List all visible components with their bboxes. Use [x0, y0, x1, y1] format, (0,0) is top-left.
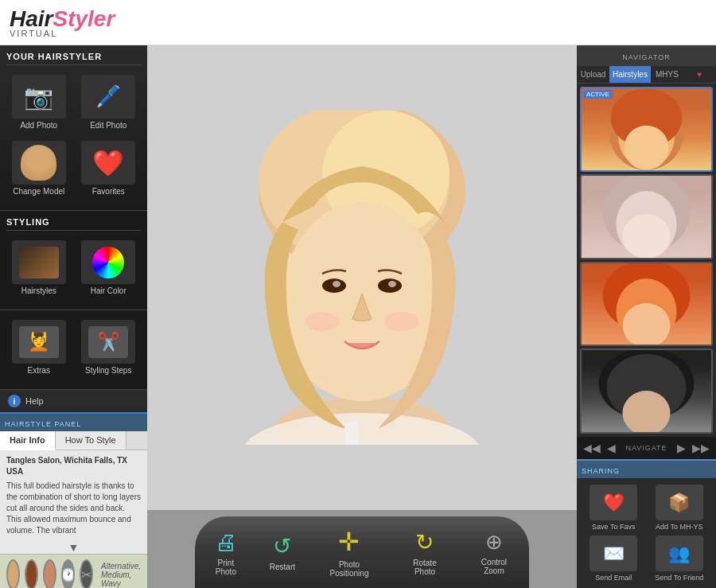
- styling-steps-icon-box: ✂️: [81, 320, 135, 364]
- svg-point-17: [624, 126, 668, 170]
- send-friend-icon: 👥: [656, 535, 703, 571]
- tab-hair-info[interactable]: Hair Info: [0, 431, 56, 450]
- control-zoom-button[interactable]: ⊕ Control Zoom: [459, 530, 529, 575]
- logo-styler: Styler: [53, 6, 115, 31]
- bottom-thumbnails: 🕐 ✂ Alternative, Medium, Wavy: [0, 554, 147, 588]
- restart-button[interactable]: ↺ Restart: [257, 533, 308, 571]
- hairstyles-icon-box: [12, 240, 66, 284]
- toolbar-wrapper: 🖨 Print Photo ↺ Restart ✛ Photo Position…: [147, 510, 577, 588]
- print-photo-button[interactable]: 🖨 Print Photo: [195, 529, 257, 576]
- edit-photo-label: Edit Photo: [90, 121, 126, 130]
- hair-thumb-svg-1: [582, 88, 711, 170]
- nav-next-button[interactable]: ▶▶: [689, 440, 713, 456]
- tab-how-to-style[interactable]: How To Style: [56, 431, 126, 450]
- panel-content: Tangles Salon, Wichita Falls, TX USA Thi…: [0, 450, 147, 541]
- thumb-label: Alternative, Medium, Wavy: [101, 562, 141, 588]
- hair-color-icon-box: [81, 240, 135, 284]
- change-model-button[interactable]: Change Model: [6, 138, 72, 199]
- left-sidebar: YOUR HAIRSTYLER 📷 Add Photo 🖊️ Edit Phot…: [0, 45, 147, 588]
- favorites-button[interactable]: ❤️ Favorites: [76, 138, 142, 199]
- help-bar[interactable]: i Help: [0, 389, 147, 412]
- hair-thumb-svg-2: [582, 174, 711, 259]
- your-hairstyler-title: YOUR HAIRSTYLER: [6, 52, 141, 65]
- nav-tab-hairstyles[interactable]: Hairstyles: [609, 66, 651, 83]
- panel-description: This full bodied hairstyle is thanks to …: [6, 481, 141, 536]
- send-email-button[interactable]: ✉️ Send Email: [583, 535, 644, 582]
- rotate-icon: ↻: [415, 529, 434, 555]
- help-label: Help: [25, 396, 44, 406]
- send-email-label: Send Email: [595, 574, 632, 582]
- sharing-title: SHARING: [582, 467, 620, 475]
- extras-icon-box: 💆: [12, 320, 66, 364]
- add-photo-label: Add Photo: [20, 121, 57, 130]
- model-display: [211, 111, 513, 445]
- hair-thumb-img-1: [582, 88, 711, 170]
- nav-tab-upload[interactable]: Upload: [577, 66, 609, 83]
- hair-thumb-4[interactable]: [580, 349, 713, 434]
- hair-thumb-2[interactable]: [580, 174, 713, 259]
- styling-steps-button[interactable]: ✂️ Styling Steps: [76, 317, 142, 378]
- nav-back-button[interactable]: ◀: [604, 440, 619, 456]
- hair-thumb-img-2: [582, 176, 711, 258]
- thumb-1[interactable]: [6, 559, 20, 588]
- zoom-label: Control Zoom: [472, 558, 516, 575]
- svg-point-12: [384, 312, 419, 331]
- print-icon: 🖨: [215, 529, 237, 555]
- nav-label: NAVIGATE: [619, 444, 674, 452]
- add-mhys-icon: 📦: [656, 485, 703, 520]
- top-icon-grid: 📷 Add Photo 🖊️ Edit Photo Change Model: [6, 72, 141, 199]
- hair-thumb-1[interactable]: ACTIVE: [580, 87, 713, 172]
- navigator-tabs: Upload Hairstyles MHYS ♥: [577, 66, 716, 84]
- positioning-icon: ✛: [338, 527, 360, 557]
- restart-icon: ↺: [273, 533, 291, 559]
- save-favs-icon: ❤️: [590, 485, 637, 520]
- send-to-friend-button[interactable]: 👥 Send To Friend: [649, 535, 710, 582]
- nav-forward-button[interactable]: ▶: [674, 440, 689, 456]
- logo-hair: Hair: [10, 6, 53, 31]
- package-icon: 📦: [668, 493, 690, 513]
- panel-header-bar: HAIRSTYLE PANEL: [0, 414, 147, 431]
- extras-section: 💆 Extras ✂️ Styling Steps: [0, 310, 147, 389]
- email-icon: ✉️: [603, 543, 625, 564]
- thumb-4[interactable]: 🕐: [61, 559, 75, 588]
- nav-prev-button[interactable]: ◀◀: [580, 440, 604, 456]
- color-wheel-icon: [92, 247, 124, 278]
- model-avatar-icon: [21, 145, 56, 181]
- rotate-photo-button[interactable]: ↻ Rotate Photo: [391, 529, 459, 576]
- svg-point-23: [623, 303, 671, 346]
- styling-icon-grid: Hairstyles Hair Color: [6, 237, 141, 298]
- styling-steps-label: Styling Steps: [85, 366, 131, 375]
- thumb-2[interactable]: [25, 559, 38, 588]
- photo-positioning-button[interactable]: ✛ Photo Positioning: [308, 527, 391, 578]
- svg-point-10: [388, 281, 396, 287]
- nav-tab-mhys[interactable]: MHYS: [651, 66, 683, 83]
- svg-point-11: [305, 312, 340, 331]
- edit-photo-button[interactable]: 🖊️ Edit Photo: [76, 72, 142, 133]
- your-hairstyler-section: YOUR HAIRSTYLER 📷 Add Photo 🖊️ Edit Phot…: [0, 45, 147, 210]
- bottom-toolbar: 🖨 Print Photo ↺ Restart ✛ Photo Position…: [195, 516, 529, 588]
- extras-button[interactable]: 💆 Extras: [6, 317, 72, 378]
- main-layout: YOUR HAIRSTYLER 📷 Add Photo 🖊️ Edit Phot…: [0, 45, 716, 588]
- extras-swatch-icon: 💆: [19, 326, 59, 358]
- styling-title: STYLING: [6, 217, 141, 231]
- extras-spray-icon: 💆: [28, 332, 49, 352]
- nav-tab-heart[interactable]: ♥: [683, 66, 716, 83]
- header: HairStyler VIRTUAL: [0, 0, 716, 45]
- styling-section: STYLING Hairstyles Hair Color: [0, 210, 147, 310]
- hair-color-button[interactable]: Hair Color: [76, 237, 142, 298]
- svg-point-9: [333, 281, 340, 287]
- active-badge-1: ACTIVE: [583, 90, 613, 99]
- hairstyles-label: Hairstyles: [21, 286, 56, 295]
- save-to-favs-button[interactable]: ❤️ Save To Favs: [583, 485, 644, 531]
- thumb-3[interactable]: [43, 559, 56, 588]
- add-mhys-label: Add To MH-YS: [656, 523, 702, 531]
- hairstyles-button[interactable]: Hairstyles: [6, 237, 72, 298]
- hairstyles-swatch-icon: [19, 247, 59, 278]
- hair-thumb-img-3: [582, 263, 711, 345]
- sharing-grid: ❤️ Save To Favs 📦 Add To MH-YS ✉️ Send E…: [577, 478, 716, 588]
- hair-thumb-3[interactable]: [580, 262, 713, 347]
- thumb-5[interactable]: ✂: [80, 559, 93, 588]
- add-photo-button[interactable]: 📷 Add Photo: [6, 72, 72, 133]
- add-to-mhys-button[interactable]: 📦 Add To MH-YS: [649, 485, 710, 531]
- right-sidebar: NAVIGATOR Upload Hairstyles MHYS ♥ ACTIV…: [577, 45, 716, 588]
